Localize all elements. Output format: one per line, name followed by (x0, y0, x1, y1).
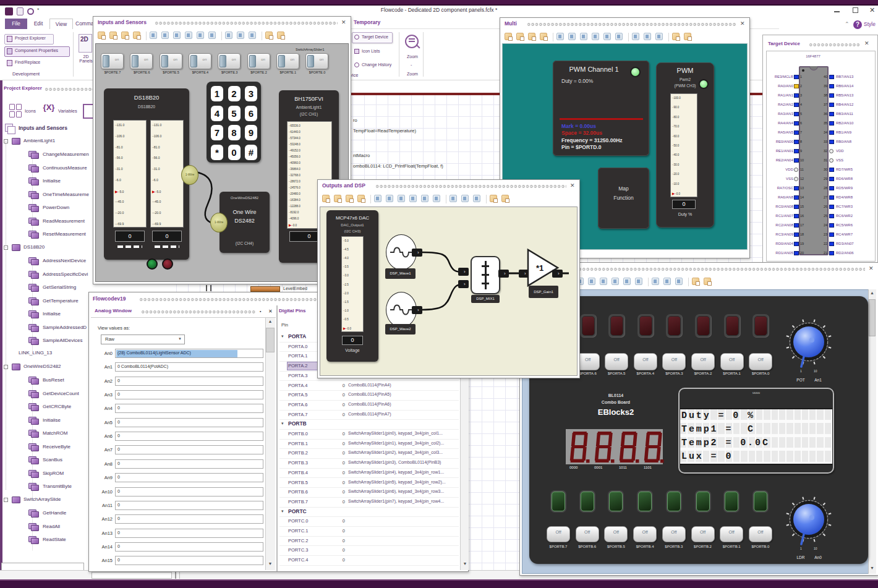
svg-text:*1: *1 (536, 263, 543, 273)
